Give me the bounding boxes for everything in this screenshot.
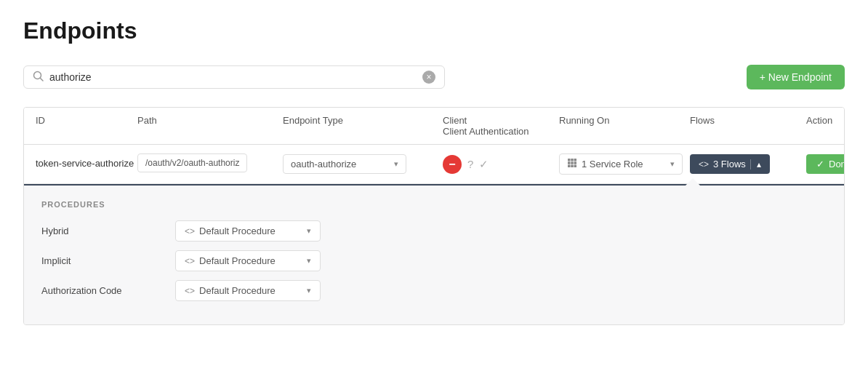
expand-arrow <box>686 178 700 185</box>
code-brackets-implicit: <> <box>185 256 195 266</box>
procedure-row-implicit: Implicit <> Default Procedure ▾ <box>41 250 827 271</box>
code-brackets-hybrid: <> <box>185 226 195 236</box>
search-input[interactable] <box>49 71 422 83</box>
svg-rect-2 <box>568 159 571 161</box>
col-action: Action <box>806 115 832 137</box>
page-title: Endpoints <box>23 17 845 44</box>
col-running-on: Running On <box>559 115 690 137</box>
check-icon[interactable]: ✓ <box>479 158 489 171</box>
clear-icon[interactable]: × <box>422 71 435 84</box>
running-on-value: 1 Service Role <box>582 159 643 169</box>
chevron-down-icon: ▾ <box>394 159 398 169</box>
procedure-value-implicit: Default Procedure <box>199 255 276 266</box>
procedure-row-hybrid: Hybrid <> Default Procedure ▾ <box>41 220 827 242</box>
done-button[interactable]: ✓ Done <box>806 154 845 174</box>
code-icon: <> <box>699 159 709 169</box>
procedure-row-authcode: Authorization Code <> Default Procedure … <box>41 280 827 301</box>
running-on-cell: 1 Service Role ▾ <box>559 153 690 175</box>
search-icon <box>33 71 44 84</box>
svg-rect-10 <box>574 165 577 168</box>
client-auth-cell: − ? ✓ <box>443 155 559 174</box>
procedure-name-authcode: Authorization Code <box>41 285 158 296</box>
page-container: Endpoints × + New Endpoint ID Path Endpo… <box>0 0 868 379</box>
endpoint-id: token-service-authorize <box>36 157 137 170</box>
procedure-name-hybrid: Hybrid <box>41 226 158 236</box>
col-client-auth: ClientClient Authentication <box>443 115 559 137</box>
procedures-label: PROCEDURES <box>41 200 827 209</box>
question-icon[interactable]: ? <box>467 158 473 170</box>
flows-count: 3 Flows <box>713 159 746 169</box>
svg-rect-5 <box>568 161 571 164</box>
table-header: ID Path Endpoint Type ClientClient Authe… <box>24 108 844 145</box>
endpoint-type-value: oauth-authorize <box>291 159 356 169</box>
svg-rect-8 <box>568 165 571 168</box>
running-on-chevron: ▾ <box>670 159 675 169</box>
col-endpoint-type: Endpoint Type <box>283 115 443 137</box>
path-value[interactable]: /oauth/v2/oauth-authoriz <box>137 153 247 172</box>
procedure-select-authcode[interactable]: <> Default Procedure ▾ <box>175 280 321 301</box>
toolbar: × + New Endpoint <box>23 65 845 89</box>
done-check-icon: ✓ <box>816 159 824 169</box>
svg-rect-7 <box>574 161 577 164</box>
endpoint-type-select[interactable]: oauth-authorize ▾ <box>283 154 406 174</box>
running-on-select[interactable]: 1 Service Role ▾ <box>559 153 683 175</box>
svg-rect-9 <box>571 165 574 168</box>
procedure-chevron-authcode: ▾ <box>307 286 311 295</box>
procedure-select-implicit[interactable]: <> Default Procedure ▾ <box>175 250 321 271</box>
col-path: Path <box>137 115 283 137</box>
grid-icon <box>567 158 577 170</box>
procedure-value-authcode: Default Procedure <box>199 285 276 296</box>
minus-button[interactable]: − <box>443 155 462 174</box>
path-cell: /oauth/v2/oauth-authoriz <box>137 153 283 175</box>
svg-rect-6 <box>571 161 574 164</box>
flows-chevron-up[interactable]: ▴ <box>750 159 761 169</box>
endpoints-table: ID Path Endpoint Type ClientClient Authe… <box>23 107 845 325</box>
svg-rect-4 <box>574 159 577 161</box>
code-brackets-authcode: <> <box>185 286 195 296</box>
table-row: token-service-authorize /oauth/v2/oauth-… <box>24 145 844 184</box>
col-id: ID <box>36 115 137 137</box>
col-flows: Flows <box>690 115 806 137</box>
procedure-name-implicit: Implicit <box>41 255 158 266</box>
svg-line-1 <box>41 79 44 81</box>
flows-cell: <> 3 Flows ▴ <box>690 154 806 174</box>
svg-rect-3 <box>571 159 574 161</box>
procedure-value-hybrid: Default Procedure <box>199 226 276 236</box>
expanded-section: PROCEDURES Hybrid <> Default Procedure ▾… <box>24 184 844 324</box>
done-label: Done <box>829 159 845 169</box>
endpoint-type-cell: oauth-authorize ▾ <box>283 154 443 174</box>
procedure-chevron-hybrid: ▾ <box>307 226 311 236</box>
search-box: × <box>23 65 445 89</box>
procedure-select-hybrid[interactable]: <> Default Procedure ▾ <box>175 220 321 242</box>
procedure-chevron-implicit: ▾ <box>307 256 311 266</box>
action-cell: ✓ Done <box>806 154 845 174</box>
new-endpoint-button[interactable]: + New Endpoint <box>747 65 845 89</box>
flows-button[interactable]: <> 3 Flows ▴ <box>690 154 770 174</box>
